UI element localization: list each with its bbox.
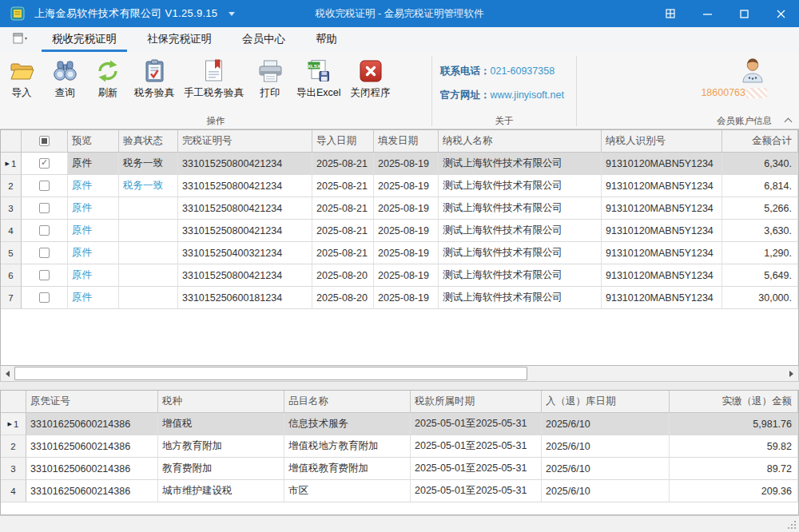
minimize-button[interactable]	[689, 0, 725, 27]
preview-link[interactable]: 原件	[72, 291, 92, 304]
cell-taxpayer_id: 91310120MABN5Y1234	[602, 287, 722, 309]
table-row[interactable]: 4331016250600214386城市维护建设税市区2025-05-01至2…	[1, 480, 798, 502]
column-header-item_name[interactable]: 品目名称	[284, 391, 411, 412]
query-button[interactable]: 查询	[43, 52, 86, 114]
row-marker: 6	[1, 264, 22, 287]
close-icon	[777, 10, 785, 18]
cell-preview: 原件	[68, 220, 119, 242]
row-checkbox-cell[interactable]	[22, 242, 68, 264]
cell-issue_date: 2025-08-19	[374, 175, 439, 197]
close-button[interactable]	[762, 0, 799, 27]
column-header-tax_type[interactable]: 税种	[158, 391, 284, 412]
table-row[interactable]: ▶1原件税务一致3310152508004212342025-08-212025…	[1, 153, 798, 175]
cell-status	[119, 264, 178, 287]
preview-link[interactable]: 原件	[72, 157, 92, 170]
cell-tax_period: 2025-05-01至2025-05-31	[411, 413, 542, 435]
column-header-taxpayer_id[interactable]: 纳税人识别号	[602, 130, 722, 152]
row-marker: ▶1	[1, 153, 22, 175]
layout-button[interactable]	[652, 0, 689, 27]
select-all-header-cell[interactable]	[22, 130, 68, 152]
tax-verify-button[interactable]: 税务验真	[129, 52, 179, 114]
column-header-preview[interactable]: 预览	[68, 130, 119, 152]
scroll-right-button[interactable]	[785, 366, 798, 381]
select-all-checkbox[interactable]	[39, 136, 50, 146]
row-checkbox-cell[interactable]	[22, 287, 68, 309]
column-header-voucher_no[interactable]: 原凭证号	[26, 391, 158, 412]
export-excel-button[interactable]: XLSX 导出Excel	[292, 52, 346, 114]
column-header-taxpayer_name[interactable]: 纳税人名称	[439, 130, 602, 152]
refresh-button[interactable]: 刷新	[86, 52, 129, 114]
row-checkbox-cell[interactable]	[22, 220, 68, 242]
row-checkbox[interactable]	[39, 292, 50, 303]
cell-status	[119, 242, 178, 264]
maximize-button[interactable]	[725, 0, 762, 27]
close-program-button[interactable]: 关闭程序	[346, 52, 396, 114]
preview-link[interactable]: 原件	[72, 268, 92, 282]
preview-link[interactable]: 原件	[72, 201, 92, 215]
row-checkbox-cell[interactable]	[22, 153, 68, 175]
table-row[interactable]: ▶1331016250600214386增值税信息技术服务2025-05-01至…	[1, 413, 798, 435]
table-row[interactable]: 6原件3310152508004212342025-08-202025-08-1…	[1, 264, 798, 287]
scrollbar-thumb[interactable]	[14, 367, 527, 380]
cell-issue_date: 2025-08-19	[374, 242, 439, 264]
cell-voucher_no: 331016250600214386	[26, 413, 158, 435]
table-row[interactable]: 2331016250600214386地方教育附加增值税地方教育附加2025-0…	[1, 435, 798, 458]
row-checkbox[interactable]	[39, 248, 50, 258]
row-checkbox[interactable]	[39, 203, 50, 213]
row-checkbox[interactable]	[39, 181, 50, 191]
cell-amount_total: 3,630.	[722, 220, 798, 242]
column-header-cert_no[interactable]: 完税证明号	[178, 130, 312, 152]
column-header-issue_date[interactable]: 填发日期	[374, 130, 439, 152]
table-row[interactable]: 3原件3310152508004212342025-08-212025-08-1…	[1, 197, 798, 220]
column-header-tax_period[interactable]: 税款所属时期	[411, 391, 542, 412]
scroll-left-button[interactable]	[1, 366, 14, 381]
cell-amount_total: 6,814.	[722, 175, 798, 197]
row-marker: ▶1	[1, 413, 26, 435]
table-row[interactable]: 2原件税务一致3310152508004212342025-08-212025-…	[1, 175, 798, 197]
row-checkbox[interactable]	[39, 270, 50, 280]
horizontal-scrollbar[interactable]	[0, 366, 799, 382]
table-row[interactable]: 7原件3310152506001812342025-08-202025-08-1…	[1, 287, 798, 309]
title-dropdown-icon[interactable]	[229, 12, 235, 16]
tab-social-certificate[interactable]: 社保完税证明	[137, 27, 222, 52]
cell-issue_date: 2025-08-19	[374, 287, 439, 309]
column-header-entry_date[interactable]: 入（退）库日期	[542, 391, 670, 412]
site-label: 官方网址：	[440, 89, 491, 101]
column-header-status[interactable]: 验真状态	[119, 130, 178, 152]
print-button[interactable]: 打印	[248, 52, 292, 114]
preview-link[interactable]: 原件	[72, 246, 92, 260]
row-checkbox-cell[interactable]	[22, 197, 68, 220]
collapse-ribbon-chevron-icon[interactable]	[785, 117, 791, 124]
right-arrow-icon	[789, 371, 793, 377]
table-row[interactable]: 3331016250600214386教育费附加增值税教育费附加2025-05-…	[1, 458, 798, 480]
column-header-amount_total[interactable]: 金额合计	[722, 130, 798, 152]
cell-taxpayer_name: 测试上海软件技术有限公司	[439, 242, 602, 264]
column-header-paid_amount[interactable]: 实缴（退）金额	[670, 391, 798, 412]
cell-item_name: 市区	[284, 480, 411, 502]
panel-splitter[interactable]	[0, 382, 799, 390]
site-link[interactable]: www.jinyisoft.net	[491, 89, 564, 101]
table-row[interactable]: 5原件3310152504003212342025-08-212025-08-1…	[1, 242, 798, 264]
table-row[interactable]: 4原件3310152508004212342025-08-212025-08-1…	[1, 220, 798, 242]
cell-paid_amount: 5,981.76	[670, 413, 798, 435]
column-header-import_date[interactable]: 导入日期	[312, 130, 374, 152]
preview-link[interactable]: 原件	[72, 179, 92, 193]
cell-status: 税务一致	[119, 153, 178, 175]
tab-help[interactable]: 帮助	[305, 27, 348, 52]
member-account-number: 18600763	[701, 87, 767, 98]
row-checkbox[interactable]	[39, 225, 50, 236]
preview-link[interactable]: 原件	[72, 224, 92, 237]
row-checkbox-cell[interactable]	[22, 264, 68, 287]
header-corner-cell	[1, 130, 22, 152]
row-checkbox[interactable]	[39, 158, 50, 169]
window-menu-button[interactable]	[8, 27, 37, 52]
manual-tax-verify-button[interactable]: 手工税务验真	[179, 52, 248, 114]
resize-grip[interactable]	[788, 521, 796, 529]
toolbar-label: 打印	[260, 86, 280, 100]
tab-member-center[interactable]: 会员中心	[232, 27, 296, 52]
tab-tax-certificate[interactable]: 税收完税证明	[42, 27, 127, 52]
import-button[interactable]: 导入	[0, 52, 43, 114]
row-checkbox-cell[interactable]	[22, 175, 68, 197]
close-program-icon	[360, 58, 382, 84]
refresh-icon	[96, 58, 120, 84]
